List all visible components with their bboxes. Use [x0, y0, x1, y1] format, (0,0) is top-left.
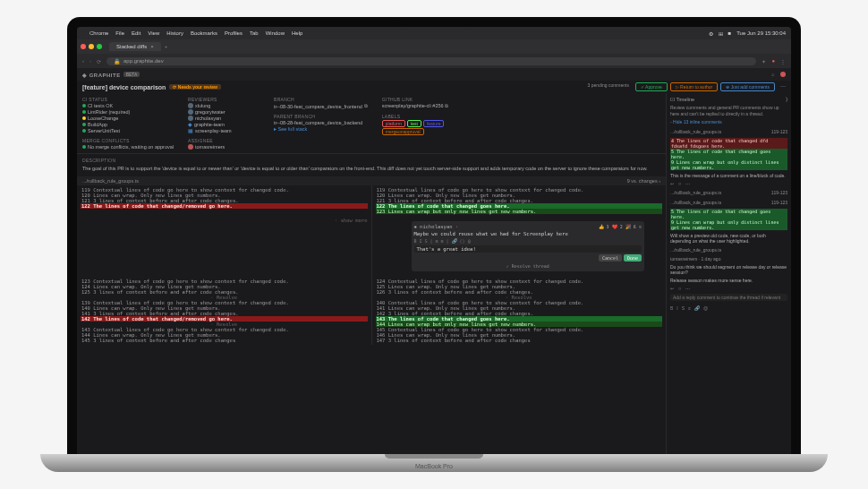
url-input[interactable]: 🔒 app.graphite.dev — [106, 57, 756, 65]
search-icon[interactable]: ⌕ — [771, 72, 775, 77]
see-full-stack-link[interactable]: ▸ See full stack — [274, 126, 368, 132]
extension-icon[interactable]: ✦ — [762, 58, 766, 64]
hide-comments-link[interactable]: - Hide 13 inline comments — [670, 119, 787, 125]
comment-author: ✱ nicholasyan · — [414, 224, 459, 229]
inline-comment: ✱ nicholasyan · 👍 3 ❤️ 2 🎉 6 ⊙ Maybe we — [412, 221, 645, 271]
link-icon: 🔗 — [452, 238, 457, 244]
menu-icon[interactable]: ⋮ — [780, 58, 786, 64]
avatar-icon[interactable]: ● — [771, 58, 775, 64]
new-tab-button[interactable]: + — [165, 44, 168, 49]
battery-icon: ■ — [728, 30, 732, 36]
reply-icon[interactable]: ↩ — [670, 181, 674, 186]
forward-button[interactable]: › — [89, 58, 91, 64]
timeline-sidebar: ⊡ Timeline⟩ Review comments and general … — [666, 93, 791, 456]
diff-view-2: 123 Contextual lines of code go here to … — [77, 277, 666, 345]
menubar-items: Chrome File Edit View History Bookmarks … — [82, 30, 302, 36]
format-toolbar[interactable]: BIS |≡≣ |🔗⟨⟩@ — [414, 238, 642, 244]
github-link[interactable]: screenplay/graphite-cli #256 ⧉ — [382, 103, 454, 109]
strike-icon: S — [425, 238, 428, 244]
file-header[interactable]: .../rollback_rule_groups.ts 9 vs. change… — [77, 176, 666, 185]
at-icon: @ — [468, 238, 471, 244]
diff-old[interactable]: 119 Contextual lines of code go here to … — [77, 185, 372, 216]
resolve-thread-link[interactable]: ✓ Resolve thread — [414, 263, 642, 269]
approve-button[interactable]: ✓ Approve — [635, 82, 668, 91]
copy-icon[interactable]: ⧉ — [364, 103, 368, 109]
add-comments-button[interactable]: ⊕ Just add comments — [720, 82, 775, 91]
reaction[interactable]: 👍 3 — [599, 224, 609, 229]
italic-icon: I — [420, 238, 422, 244]
code-icon: ⟨⟩ — [460, 238, 465, 244]
react-icon[interactable]: ☺ — [677, 181, 682, 186]
timeline-header: ⊡ Timeline — [670, 97, 694, 102]
comment-menu-icon[interactable]: ⊙ — [639, 224, 642, 229]
close-window-button[interactable] — [81, 44, 86, 49]
label-chip[interactable]: platform — [382, 120, 405, 127]
sidebar-reply-input[interactable]: Add a reply comment to continue the thre… — [670, 294, 787, 301]
parallels-icon[interactable]: ⊞ — [719, 30, 723, 37]
return-to-author-button[interactable]: ▷ Return to author — [670, 82, 719, 91]
back-button[interactable]: ‹ — [82, 58, 84, 64]
avatar-icon — [188, 103, 193, 108]
maximize-window-button[interactable] — [97, 44, 102, 49]
numlist-icon: ≣ — [441, 238, 444, 244]
done-button[interactable]: Done — [624, 254, 642, 262]
pr-title: [feature] device comparison — [82, 84, 166, 90]
review-status-badge: ⟳ Needs your review — [169, 84, 221, 90]
refresh-button[interactable]: ⟳ — [97, 58, 101, 64]
browser-tab[interactable]: Stacked diffs × — [109, 42, 161, 51]
brand-logo[interactable]: ◈ GRAPHITE — [82, 72, 121, 78]
reply-input[interactable]: That's a great idea! — [414, 245, 642, 253]
app-header: ◈ GRAPHITE BETA ⌕ — [77, 68, 791, 81]
macos-menubar: Chrome File Edit View History Bookmarks … — [77, 27, 791, 39]
list-icon: ≡ — [436, 238, 438, 244]
bold-icon: B — [414, 238, 417, 244]
minimize-window-button[interactable] — [89, 44, 94, 49]
clock: Tue Jun 29 15:30:04 — [736, 30, 786, 36]
diff-view: 119 Contextual lines of code go here to … — [77, 185, 666, 216]
more-icon[interactable]: ⋯ — [780, 82, 786, 91]
beta-badge: BETA — [123, 72, 140, 77]
settings-icon[interactable]: ⚙ — [709, 30, 713, 37]
tab-close-icon[interactable]: × — [150, 44, 154, 49]
pending-count: 3 pending comments — [588, 82, 629, 91]
collapse-icon[interactable]: ⟩ — [786, 97, 787, 102]
bold-icon: B — [670, 305, 673, 311]
laptop-label: MacBook Pro — [415, 463, 453, 469]
pr-metadata: CI STATUS CI tests OK LintRider (require… — [77, 93, 666, 153]
user-avatar[interactable] — [780, 72, 786, 77]
more-icon[interactable]: ⋯ — [685, 181, 690, 186]
pr-description: DESCRIPTION The goal of this PR is to su… — [77, 153, 666, 176]
cancel-button[interactable]: Cancel — [599, 254, 622, 262]
status-icon — [82, 104, 86, 107]
lock-icon: 🔒 — [114, 58, 120, 64]
browser-tabbar: Stacked diffs × + — [77, 39, 791, 54]
diff-new[interactable]: 119 Contextual lines of code go here to … — [372, 185, 667, 216]
pr-header: [feature] device comparison ⟳ Needs your… — [77, 81, 791, 93]
browser-urlbar: ‹ › ⟳ 🔒 app.graphite.dev ✦ ● ⋮ — [77, 54, 791, 68]
